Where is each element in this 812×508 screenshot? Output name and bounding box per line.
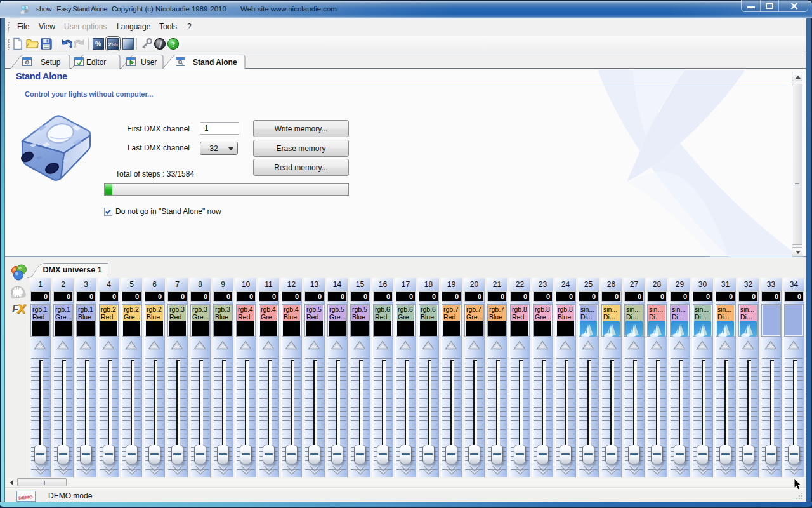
svg-text:%: %	[95, 40, 102, 48]
svg-text:255: 255	[108, 41, 117, 48]
svg-text:?: ?	[171, 40, 175, 49]
